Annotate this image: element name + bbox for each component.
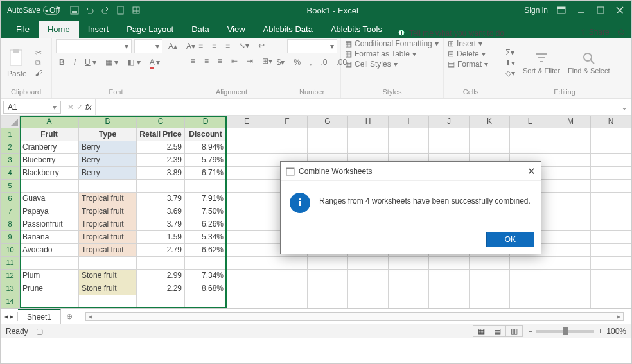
- zoom-level[interactable]: 100%: [606, 327, 626, 336]
- cell[interactable]: Banana: [20, 231, 79, 244]
- row-header[interactable]: 12: [1, 270, 20, 282]
- tell-me-search[interactable]: Tell me what you want to do: [398, 29, 504, 38]
- tab-insert[interactable]: Insert: [79, 21, 118, 38]
- col-header[interactable]: K: [470, 116, 510, 128]
- zoom-in-button[interactable]: +: [598, 327, 602, 336]
- cell[interactable]: Berry: [79, 141, 137, 154]
- row-header[interactable]: 10: [1, 244, 20, 257]
- row-header[interactable]: 11: [1, 257, 20, 270]
- cell[interactable]: Tropical fruit: [79, 244, 137, 257]
- sheet-tab[interactable]: Sheet1: [18, 309, 61, 324]
- cell[interactable]: Guava: [20, 193, 79, 205]
- cell[interactable]: 3.79: [137, 193, 185, 205]
- row-header[interactable]: 3: [1, 154, 20, 167]
- row-header[interactable]: 5: [1, 180, 20, 193]
- minimize-icon[interactable]: [577, 6, 585, 14]
- prev-sheet-icon[interactable]: ◂: [4, 312, 8, 321]
- smiley-icon[interactable]: ☺: [616, 26, 626, 38]
- touch-icon[interactable]: [132, 6, 141, 15]
- tab-view[interactable]: View: [218, 21, 254, 38]
- cell[interactable]: [137, 257, 185, 270]
- col-header[interactable]: J: [429, 116, 470, 128]
- undo-icon[interactable]: [85, 6, 94, 15]
- autosum-icon[interactable]: Σ▾: [505, 48, 514, 57]
- italic-button[interactable]: I: [71, 56, 79, 69]
- fill-color-button[interactable]: ◧ ▾: [124, 56, 143, 69]
- page-break-view-icon[interactable]: ▥: [506, 325, 523, 337]
- border-button[interactable]: ▦ ▾: [102, 56, 121, 69]
- align-bottom-icon[interactable]: ≡: [222, 39, 233, 52]
- row-header[interactable]: 7: [1, 205, 20, 218]
- font-size-combo[interactable]: ▾: [134, 39, 162, 53]
- format-cells-button[interactable]: ▤ Format ▾: [448, 60, 488, 69]
- expand-formula-bar-icon[interactable]: ⌄: [617, 103, 631, 112]
- maximize-icon[interactable]: [597, 6, 604, 14]
- increase-indent-icon[interactable]: ⇥: [243, 55, 256, 67]
- cell[interactable]: 7.91%: [185, 193, 227, 205]
- cell[interactable]: Stone fruit: [79, 282, 137, 295]
- align-right-icon[interactable]: ≡: [215, 55, 225, 67]
- cell[interactable]: Type: [79, 128, 137, 141]
- cell[interactable]: 8.94%: [185, 141, 227, 154]
- comma-icon[interactable]: ,: [306, 56, 315, 69]
- cell[interactable]: 6.62%: [185, 244, 227, 257]
- tab-ablebits-data[interactable]: Ablebits Data: [254, 21, 322, 38]
- tab-ablebits-tools[interactable]: Ablebits Tools: [322, 21, 391, 38]
- tab-file[interactable]: File: [7, 21, 39, 38]
- cell[interactable]: [185, 257, 227, 270]
- conditional-formatting-button[interactable]: ▦ Conditional Formatting ▾: [345, 39, 439, 48]
- row-header[interactable]: 14: [1, 295, 20, 308]
- page-layout-view-icon[interactable]: ▤: [489, 325, 506, 337]
- cell[interactable]: [79, 180, 137, 193]
- cell[interactable]: Blueberry: [20, 154, 79, 167]
- cell[interactable]: Berry: [79, 154, 137, 167]
- cell[interactable]: Blackberry: [20, 167, 79, 180]
- cell[interactable]: Avocado: [20, 244, 79, 257]
- cell[interactable]: Retail Price: [137, 128, 185, 141]
- col-header[interactable]: L: [510, 116, 550, 128]
- tab-page-layout[interactable]: Page Layout: [118, 21, 182, 38]
- autosave-toggle[interactable]: AutoSave ● Off: [3, 6, 64, 15]
- col-header[interactable]: N: [591, 116, 631, 128]
- cell[interactable]: Plum: [20, 270, 79, 282]
- select-all-cell[interactable]: [1, 116, 20, 128]
- cell[interactable]: [185, 295, 227, 308]
- redo-icon[interactable]: [101, 6, 110, 15]
- next-sheet-icon[interactable]: ▸: [10, 312, 13, 321]
- cell[interactable]: 2.59: [137, 141, 185, 154]
- font-color-button[interactable]: A ▾: [146, 56, 164, 69]
- col-header[interactable]: B: [79, 116, 137, 128]
- cut-icon[interactable]: ✂: [35, 48, 42, 57]
- col-header[interactable]: I: [389, 116, 429, 128]
- enter-formula-icon[interactable]: ✓: [76, 103, 83, 112]
- cell[interactable]: 2.29: [137, 282, 185, 295]
- cell[interactable]: Passionfruit: [20, 218, 79, 231]
- cell[interactable]: Tropical fruit: [79, 231, 137, 244]
- font-name-combo[interactable]: ▾: [56, 39, 132, 53]
- col-header[interactable]: C: [137, 116, 185, 128]
- col-header[interactable]: E: [227, 116, 267, 128]
- cell[interactable]: 3.89: [137, 167, 185, 180]
- cell[interactable]: Tropical fruit: [79, 205, 137, 218]
- tab-home[interactable]: Home: [39, 21, 79, 38]
- horizontal-scrollbar[interactable]: ◂▸: [85, 312, 624, 321]
- cell[interactable]: 1.59: [137, 231, 185, 244]
- tab-data[interactable]: Data: [182, 21, 218, 38]
- number-format-combo[interactable]: ▾: [287, 39, 337, 53]
- macro-record-icon[interactable]: ▢: [36, 327, 43, 336]
- cell[interactable]: Tropical fruit: [79, 218, 137, 231]
- fx-icon[interactable]: fx: [85, 103, 91, 112]
- add-sheet-button[interactable]: ⊕: [61, 309, 78, 324]
- share-button[interactable]: ⇪ Share: [580, 28, 609, 37]
- ribbon-options-icon[interactable]: [557, 6, 566, 14]
- col-header[interactable]: H: [348, 116, 389, 128]
- cell[interactable]: [79, 295, 137, 308]
- row-header[interactable]: 9: [1, 231, 20, 244]
- insert-cells-button[interactable]: ⊞ Insert ▾: [448, 39, 482, 48]
- cell[interactable]: 3.79: [137, 218, 185, 231]
- orientation-icon[interactable]: ⤡▾: [236, 39, 252, 52]
- currency-icon[interactable]: $▾: [274, 56, 288, 69]
- cell[interactable]: 3.69: [137, 205, 185, 218]
- cell[interactable]: Papaya: [20, 205, 79, 218]
- cell[interactable]: 5.79%: [185, 154, 227, 167]
